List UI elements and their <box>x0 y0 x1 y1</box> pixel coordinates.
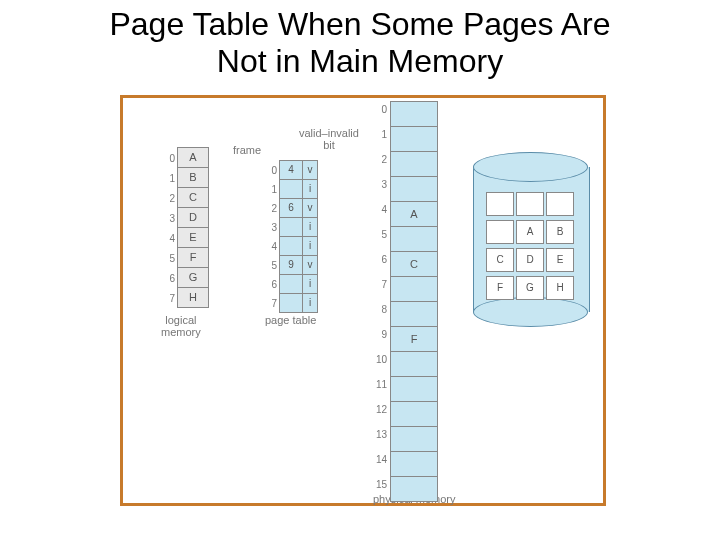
page-table-label: page table <box>265 314 316 326</box>
physical-memory-row: 2 <box>371 152 438 177</box>
physical-memory-row: 8 <box>371 302 438 327</box>
logical-memory-row: 2C <box>163 188 209 208</box>
logical-memory-row: 1B <box>163 168 209 188</box>
physical-memory-row: 11 <box>371 377 438 402</box>
disk-top <box>473 152 588 182</box>
physical-memory-row: 10 <box>371 352 438 377</box>
disk-cell <box>486 192 514 216</box>
page-table-row: 6i <box>265 275 318 294</box>
page-table-row: 59v <box>265 256 318 275</box>
physical-memory-row: 14 <box>371 452 438 477</box>
page-table-row: 26v <box>265 199 318 218</box>
diagram-frame: frame valid–invalid bit logical memory p… <box>120 95 606 506</box>
physical-memory-row: 15 <box>371 477 438 502</box>
physical-memory-row: 7 <box>371 277 438 302</box>
physical-memory-row: 6C <box>371 252 438 277</box>
page-table-row: 3i <box>265 218 318 237</box>
disk-cell: D <box>516 248 544 272</box>
logical-memory-row: 7H <box>163 288 209 308</box>
page-table: 04v 1i 26v 3i 4i 59v 6i 7i <box>265 161 318 313</box>
logical-memory-label: logical memory <box>161 314 201 338</box>
disk-cell <box>546 192 574 216</box>
physical-memory-row: 1 <box>371 127 438 152</box>
logical-memory: 0A 1B 2C 3D 4E 5F 6G 7H <box>163 148 209 308</box>
physical-memory-row: 4A <box>371 202 438 227</box>
logical-memory-row: 3D <box>163 208 209 228</box>
disk-cell: C <box>486 248 514 272</box>
disk-cell: G <box>516 276 544 300</box>
logical-memory-row: 6G <box>163 268 209 288</box>
page-table-row: 7i <box>265 294 318 313</box>
physical-memory-row: 12 <box>371 402 438 427</box>
disk-cell: H <box>546 276 574 300</box>
disk-cell: A <box>516 220 544 244</box>
disk-bottom <box>473 297 588 327</box>
disk-grid: A B C D E F G H <box>486 192 572 300</box>
physical-memory-row: 3 <box>371 177 438 202</box>
physical-memory-row: 9F <box>371 327 438 352</box>
logical-memory-row: 4E <box>163 228 209 248</box>
disk-cell <box>516 192 544 216</box>
physical-memory-row: 0 <box>371 102 438 127</box>
physical-memory: 0 1 2 3 4A 5 6C 7 8 9F 10 11 12 13 14 15 <box>371 102 438 502</box>
disk-cell <box>486 220 514 244</box>
page-table-row: 1i <box>265 180 318 199</box>
physical-memory-row: 13 <box>371 427 438 452</box>
disk-icon: A B C D E F G H <box>473 152 588 327</box>
logical-memory-row: 5F <box>163 248 209 268</box>
frame-label: frame <box>233 144 261 156</box>
slide-title: Page Table When Some Pages Are Not in Ma… <box>0 0 720 82</box>
physical-memory-row: 5 <box>371 227 438 252</box>
logical-memory-row: 0A <box>163 148 209 168</box>
disk-cell: F <box>486 276 514 300</box>
title-line1: Page Table When Some Pages Are <box>109 6 610 42</box>
page-table-row: 4i <box>265 237 318 256</box>
valid-invalid-label: valid–invalid bit <box>299 127 359 151</box>
page-table-row: 04v <box>265 161 318 180</box>
disk-cell: E <box>546 248 574 272</box>
title-line2: Not in Main Memory <box>217 43 503 79</box>
disk-cell: B <box>546 220 574 244</box>
